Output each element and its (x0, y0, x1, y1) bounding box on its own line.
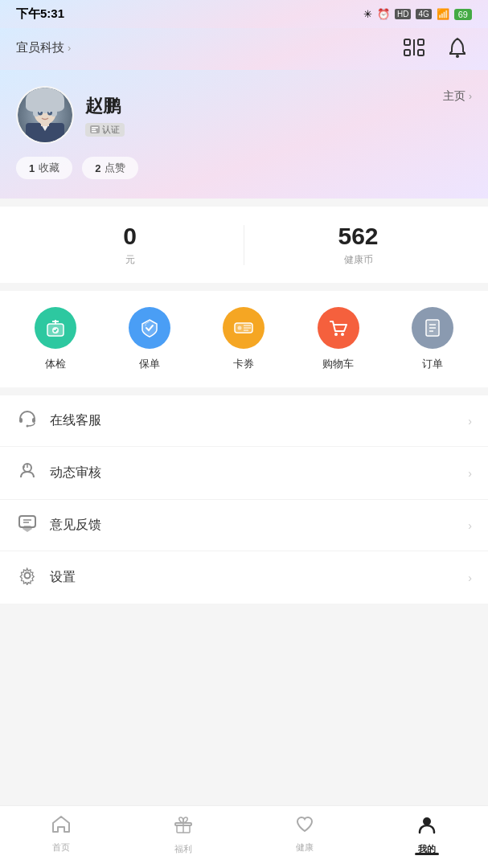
status-icons: ✳ ⏰ HD 4G 📶 69 (363, 8, 472, 20)
tab-welfare[interactable]: 福利 (122, 814, 244, 855)
brand-label: 宜员科技 (16, 40, 64, 55)
yuan-label: 元 (125, 253, 135, 267)
svg-point-39 (27, 425, 29, 428)
network-icon: 4G (416, 9, 431, 19)
notification-button[interactable] (443, 33, 472, 62)
action-baodan[interactable]: 保单 (121, 307, 178, 371)
verified-badge: 认证 (85, 123, 125, 137)
profile-left: 赵鹏 认证 (16, 86, 125, 144)
homepage-link[interactable]: 主页 › (443, 89, 472, 104)
kaquan-label: 卡券 (233, 357, 254, 371)
profile-header: 赵鹏 认证 主页 › (16, 86, 472, 144)
yuan-amount: 0 (123, 223, 137, 250)
home-icon (51, 814, 72, 838)
favorites-stat[interactable]: 1 收藏 (16, 157, 72, 179)
health-coin-label: 健康币 (344, 253, 373, 267)
tab-mine[interactable]: 我的 (366, 814, 488, 855)
quick-actions: 体检 保单 (0, 291, 488, 387)
review-chevron: › (468, 467, 472, 480)
avatar[interactable] (16, 86, 74, 144)
brand-link[interactable]: 宜员科技 › (16, 40, 71, 55)
likes-label: 点赞 (105, 161, 125, 175)
active-tab-indicator (415, 853, 439, 855)
tab-welfare-label: 福利 (174, 843, 192, 855)
menu-item-settings[interactable]: 设置 › (0, 551, 488, 604)
tab-health[interactable]: 健康 (244, 814, 367, 855)
status-bar: 下午5:31 ✳ ⏰ HD 4G 📶 69 (0, 0, 488, 28)
review-label: 动态审核 (50, 465, 457, 481)
balance-divider (244, 225, 244, 265)
favorites-num: 1 (29, 162, 35, 174)
svg-point-27 (238, 326, 242, 330)
settings-label: 设置 (50, 569, 457, 586)
svg-point-32 (341, 333, 344, 336)
menu-item-review[interactable]: 动态审核 › (0, 447, 488, 500)
alarm-icon: ⏰ (377, 8, 390, 20)
menu-item-feedback[interactable]: 意见反馈 › (0, 500, 488, 551)
hd-icon: HD (395, 9, 411, 19)
kaquan-icon (223, 307, 265, 349)
menu-list: 在线客服 › 动态审核 › (0, 395, 488, 604)
bluetooth-icon: ✳ (363, 8, 372, 20)
svg-rect-1 (418, 39, 424, 45)
battery-icon: 69 (454, 9, 472, 20)
settings-chevron: › (468, 571, 472, 584)
action-kaquan[interactable]: 卡券 (215, 307, 272, 371)
svg-rect-43 (19, 516, 35, 527)
brand-chevron: › (68, 42, 71, 54)
customer-service-icon (16, 410, 39, 432)
tij-icon (35, 307, 76, 349)
yuan-balance: 0 元 (24, 223, 236, 267)
svg-point-5 (456, 55, 459, 58)
baodan-icon (129, 307, 170, 349)
svg-point-17 (48, 111, 50, 113)
svg-point-31 (334, 333, 338, 336)
baodan-label: 保单 (139, 357, 160, 371)
favorites-label: 收藏 (39, 161, 59, 175)
health-icon (294, 814, 315, 838)
feedback-icon (16, 514, 39, 536)
feedback-chevron: › (468, 519, 472, 532)
health-coin-balance: 562 健康币 (252, 223, 464, 267)
svg-rect-2 (404, 50, 410, 55)
review-icon (16, 461, 39, 485)
feedback-label: 意见反馈 (50, 517, 457, 534)
menu-item-customer-service[interactable]: 在线客服 › (0, 395, 488, 447)
health-coin-amount: 562 (338, 223, 378, 250)
action-order[interactable]: 订单 (404, 307, 461, 371)
action-tij[interactable]: 体检 (27, 307, 84, 371)
header-nav: 宜员科技 › (0, 28, 488, 70)
settings-icon (16, 566, 39, 589)
likes-num: 2 (95, 162, 100, 174)
cart-icon (318, 307, 359, 349)
action-cart[interactable]: 购物车 (310, 307, 367, 371)
svg-rect-21 (92, 131, 96, 133)
customer-service-label: 在线客服 (50, 412, 457, 429)
user-name: 赵鹏 (85, 94, 125, 118)
svg-rect-4 (418, 50, 424, 55)
balance-card: 0 元 562 健康币 (0, 207, 488, 283)
scan-button[interactable] (400, 33, 429, 62)
svg-rect-0 (404, 39, 410, 45)
svg-rect-20 (92, 129, 96, 131)
header-actions (400, 33, 472, 62)
svg-point-16 (39, 111, 40, 113)
homepage-label: 主页 (443, 89, 465, 104)
cart-label: 购物车 (322, 357, 354, 371)
likes-stat[interactable]: 2 点赞 (82, 157, 138, 179)
svg-point-11 (33, 94, 57, 113)
order-icon (412, 307, 453, 349)
stats-row: 1 收藏 2 点赞 (16, 157, 472, 179)
badge-label: 认证 (102, 124, 120, 136)
svg-rect-37 (19, 418, 23, 423)
signal-icon: 📶 (437, 8, 449, 20)
homepage-chevron: › (469, 91, 472, 102)
tab-home-label: 首页 (52, 841, 70, 854)
tij-label: 体检 (45, 357, 66, 371)
tab-home[interactable]: 首页 (0, 814, 122, 855)
customer-service-chevron: › (468, 415, 472, 428)
svg-point-46 (25, 573, 31, 579)
tab-bar: 首页 福利 健康 我的 (0, 805, 488, 868)
profile-section: 赵鹏 认证 主页 › (0, 70, 488, 199)
svg-rect-38 (32, 418, 35, 423)
